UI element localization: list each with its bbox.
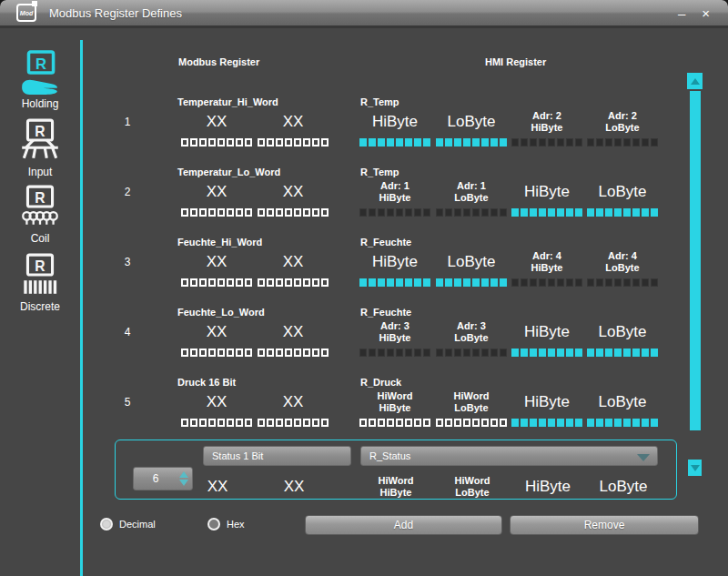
byte-square bbox=[396, 278, 403, 287]
scrollbar-down-button[interactable] bbox=[688, 460, 702, 476]
register-row-4[interactable]: 4Feuchte_Lo_WordXXXXR_FeuchteAdr: 3HiByt… bbox=[84, 306, 684, 376]
byte-square bbox=[454, 349, 461, 357]
close-button[interactable]: × bbox=[702, 6, 710, 20]
value-label: HiByte bbox=[524, 387, 570, 418]
byte-squares-empty bbox=[359, 419, 430, 427]
value-label: Adr: 2LoByte bbox=[605, 106, 639, 137]
minimize-button[interactable]: – bbox=[678, 6, 685, 20]
discrete-register-icon: R bbox=[17, 253, 63, 298]
byte-square bbox=[190, 419, 197, 427]
byte-square bbox=[267, 419, 274, 427]
byte-square bbox=[208, 208, 216, 217]
svg-text:R: R bbox=[35, 124, 45, 139]
hmi-register-header: HMI Register bbox=[485, 56, 546, 67]
hmi-register-dropdown[interactable]: R_Status bbox=[360, 446, 658, 466]
value-label-line: HiByte bbox=[524, 183, 570, 201]
byte-square bbox=[276, 349, 283, 357]
value-label: LoByte bbox=[448, 247, 496, 278]
radio-decimal-circle[interactable] bbox=[100, 518, 113, 531]
byte-square bbox=[490, 278, 498, 287]
byte-square bbox=[321, 349, 329, 357]
value-label-line: XX bbox=[283, 393, 304, 411]
byte-square bbox=[605, 278, 612, 287]
byte-square bbox=[623, 349, 631, 357]
value-label-line: XX bbox=[284, 478, 305, 496]
byte-squares-empty bbox=[258, 208, 329, 217]
scrollbar-up-button[interactable] bbox=[687, 73, 703, 89]
byte-square bbox=[414, 278, 421, 287]
byte-square bbox=[181, 208, 188, 217]
register-row-2[interactable]: 2Temperatur_Lo_WordXXXXR_TempAdr: 1HiByt… bbox=[84, 166, 684, 236]
byte-square bbox=[303, 208, 310, 217]
byte-square bbox=[276, 419, 283, 427]
value-label: Adr: 4HiByte bbox=[531, 247, 563, 278]
modbus-name-input[interactable]: Status 1 Bit bbox=[203, 446, 351, 466]
byte-square bbox=[405, 278, 412, 287]
value-label: LoByte bbox=[599, 177, 647, 207]
value-label-line: LoByte bbox=[454, 192, 488, 204]
sidebar-item-input[interactable]: R Input bbox=[0, 118, 80, 178]
byte-square bbox=[472, 349, 480, 357]
value-label-line: HiByte bbox=[531, 122, 563, 134]
byte-square bbox=[463, 138, 470, 147]
byte-square bbox=[321, 419, 329, 427]
byte-square bbox=[587, 349, 594, 357]
byte-square bbox=[557, 138, 564, 147]
value-label-line: XX bbox=[207, 323, 228, 341]
byte-square bbox=[303, 138, 310, 147]
value-label-line: Adr: 1 bbox=[457, 180, 486, 192]
byte-square bbox=[596, 349, 603, 357]
add-button[interactable]: Add bbox=[305, 515, 502, 535]
byte-square bbox=[285, 278, 292, 287]
radio-decimal[interactable]: Decimal bbox=[100, 518, 156, 531]
byte-square bbox=[530, 419, 537, 427]
sidebar-item-holding[interactable]: R Holding bbox=[0, 50, 80, 110]
byte-square bbox=[445, 278, 452, 287]
byte-square bbox=[521, 349, 528, 357]
byte-square bbox=[490, 208, 498, 217]
byte-squares-empty bbox=[258, 278, 329, 287]
byte-square bbox=[285, 419, 292, 427]
byte-square bbox=[181, 138, 188, 147]
byte-square bbox=[190, 208, 197, 217]
remove-button[interactable]: Remove bbox=[510, 515, 699, 535]
register-row-1[interactable]: 1Temperatur_Hi_WordXXXXR_TempHiByteLoByt… bbox=[84, 96, 684, 166]
scrollbar-thumb[interactable] bbox=[690, 91, 701, 430]
byte-square bbox=[521, 138, 528, 147]
byte-square bbox=[258, 419, 265, 427]
radio-hex[interactable]: Hex bbox=[207, 518, 245, 531]
value-label-line: XX bbox=[207, 113, 228, 131]
sidebar-item-discrete[interactable]: R Discrete bbox=[0, 253, 80, 313]
byte-square bbox=[359, 278, 367, 287]
scroll-up-icon bbox=[691, 78, 700, 85]
dropdown-value: R_Status bbox=[369, 450, 410, 461]
byte-square bbox=[190, 349, 197, 357]
value-label: LoByte bbox=[448, 106, 496, 137]
byte-square bbox=[294, 278, 301, 287]
value-column: LoByte bbox=[430, 106, 513, 147]
byte-square bbox=[548, 419, 555, 427]
byte-square bbox=[445, 349, 452, 357]
byte-square bbox=[511, 349, 519, 357]
edit-row-6[interactable]: 6 Status 1 Bit R_Status XXXXHiWordHiByte… bbox=[115, 440, 677, 500]
byte-square bbox=[454, 419, 461, 427]
register-row-3[interactable]: 3Feuchte_Hi_WordXXXXR_FeuchteHiByteLoByt… bbox=[84, 236, 684, 306]
value-label: Adr: 3HiByte bbox=[379, 317, 411, 348]
value-label: XX bbox=[207, 247, 228, 278]
modbus-register-header: Modbus Register bbox=[178, 56, 259, 67]
holding-register-icon: R bbox=[17, 50, 63, 96]
sidebar-item-coil[interactable]: R Coil bbox=[0, 185, 80, 245]
byte-square bbox=[651, 208, 658, 217]
register-row-5[interactable]: 5Druck 16 BitXXXXR_DruckHiWordHiByteHiWo… bbox=[84, 376, 684, 446]
value-label: HiWordHiByte bbox=[379, 471, 414, 500]
byte-square bbox=[557, 349, 564, 357]
byte-square bbox=[190, 278, 197, 287]
radio-hex-circle[interactable] bbox=[207, 518, 220, 531]
row-number: 3 bbox=[125, 256, 131, 268]
byte-square bbox=[258, 278, 265, 287]
byte-square bbox=[642, 419, 649, 427]
byte-square bbox=[614, 138, 622, 147]
byte-square bbox=[387, 349, 394, 357]
byte-squares-empty bbox=[181, 138, 252, 147]
byte-square bbox=[623, 419, 631, 427]
